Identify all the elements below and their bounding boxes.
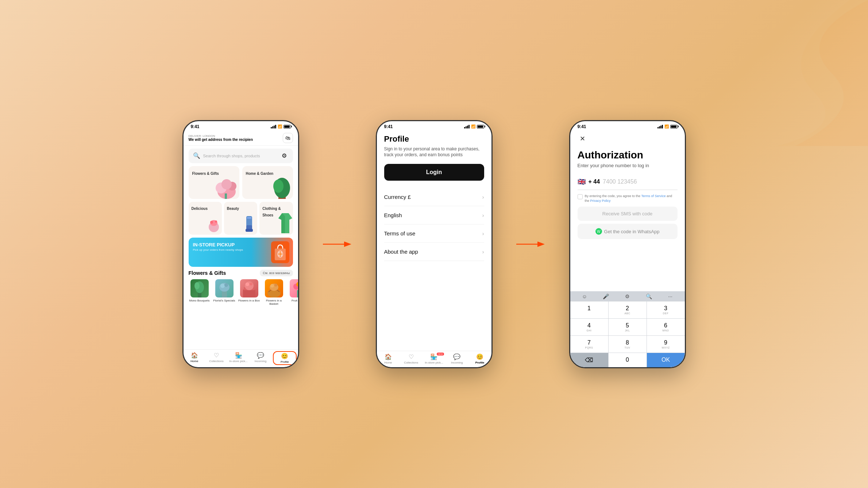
deliver-label: DELIVER: LONDON	[189, 134, 253, 138]
svg-point-7	[273, 180, 283, 193]
mic-key[interactable]: 🎤	[601, 293, 612, 299]
category-flowers-gifts[interactable]: Flowers & Gifts	[189, 166, 239, 199]
sms-button[interactable]: Receive SMS with code	[578, 207, 678, 221]
menu-item-label: Terms of use	[384, 230, 416, 237]
nav-label: Incoming	[255, 360, 266, 363]
product-florist-specials[interactable]: Florist's Specials	[213, 279, 235, 306]
nav-collections[interactable]: ♡ Collections	[205, 352, 227, 364]
settings-key[interactable]: ⚙	[622, 293, 633, 299]
product-flowers-box[interactable]: Flowers in a Box	[238, 279, 260, 306]
menu-currency[interactable]: Currency £ ›	[384, 188, 484, 206]
delicious-illustration	[207, 218, 221, 233]
flowers-section-header: Flowers & Gifts См. все магазины	[184, 270, 298, 276]
svg-rect-38	[297, 290, 298, 297]
nav-label: In-store pick...	[229, 360, 247, 363]
svg-point-28	[224, 283, 228, 287]
profile-title: Profile	[384, 134, 484, 144]
privacy-policy-link[interactable]: Privacy Policy	[590, 199, 611, 203]
badge-new: NEW	[437, 353, 444, 356]
svg-point-26	[219, 283, 229, 292]
nav-collections-2[interactable]: ♡ Collections	[400, 353, 423, 364]
chevron-icon: ›	[482, 194, 484, 200]
nav-profile-2[interactable]: 😊 Profile	[468, 353, 491, 364]
keyboard: ☺ 🎤 ⚙ 🔍 ··· 1 2ABC 3DEF 4GHI 5JKL 6MNO 7…	[570, 291, 685, 367]
nav-instore-2[interactable]: 🏪 NEW In-store pick...	[423, 353, 445, 364]
key-7[interactable]: 7PQRS	[570, 336, 608, 353]
menu-about[interactable]: About the app ›	[384, 243, 484, 261]
category-beauty[interactable]: Beauty	[224, 202, 257, 235]
key-3[interactable]: 3DEF	[647, 301, 685, 318]
product-flowers-basket[interactable]: Flowers in a Basket	[263, 279, 285, 306]
search-bar[interactable]: 🔍 Search through shops, products ⚙	[189, 149, 293, 163]
search-key[interactable]: 🔍	[643, 293, 654, 299]
flowers-gifts-illustration	[212, 175, 239, 199]
key-6[interactable]: 6MNO	[647, 319, 685, 335]
beauty-illustration	[243, 214, 256, 233]
nav-label: Profile	[281, 360, 289, 364]
battery-icon-2	[477, 125, 484, 128]
emoji-key[interactable]: ☺	[579, 293, 590, 299]
see-all-button[interactable]: См. все магазины	[260, 270, 293, 276]
key-2[interactable]: 2ABC	[609, 301, 647, 318]
nav-home-2[interactable]: 🏠 Home	[377, 353, 400, 364]
svg-point-37	[274, 284, 277, 287]
shopping-bag-icon[interactable]: 🛍	[283, 133, 293, 143]
whatsapp-button[interactable]: W Get the code in WhatsApp	[578, 224, 678, 239]
keyboard-toolbar: ☺ 🎤 ⚙ 🔍 ···	[570, 291, 685, 301]
product-image	[190, 279, 209, 297]
status-icons-3: 📶	[657, 124, 678, 128]
nav-instore[interactable]: 🏪 In-store pick...	[227, 352, 249, 364]
bottom-nav-2: 🏠 Home ♡ Collections 🏪 NEW In-store pick…	[377, 351, 491, 367]
nav-incoming-2[interactable]: 💬 Incoming	[445, 353, 468, 364]
terms-checkbox[interactable]	[578, 194, 583, 199]
profile-subtitle: Sign in to your personal area to make pu…	[384, 146, 484, 158]
chevron-icon: ›	[482, 212, 484, 218]
nav-label: Collections	[209, 360, 224, 363]
svg-marker-17	[278, 213, 285, 233]
key-0[interactable]: 0	[609, 353, 647, 367]
product-mono-bouquets[interactable]: Mono Bouquets	[189, 279, 211, 306]
filter-button[interactable]: ⚙	[280, 151, 289, 160]
wifi-icon-3: 📶	[664, 124, 669, 128]
menu-terms[interactable]: Terms of use ›	[384, 224, 484, 243]
in-store-pickup-banner[interactable]: IN-STORE PICKUP Pick up your orders from…	[189, 238, 293, 267]
auth-title: Authorization	[578, 150, 678, 161]
arrow-2	[514, 235, 547, 253]
terms-service-link[interactable]: Terms of Service	[641, 194, 666, 198]
wifi-icon-2: 📶	[471, 124, 475, 128]
phone-input-row[interactable]: 🇬🇧 + 44 7400 123456	[578, 174, 678, 190]
login-button[interactable]: Login	[384, 164, 484, 181]
collections-icon: ♡	[214, 352, 219, 359]
chevron-icon: ›	[482, 249, 484, 255]
profile-icon: 😊	[281, 353, 288, 360]
key-5[interactable]: 5JKL	[609, 319, 647, 335]
product-image	[215, 279, 234, 297]
status-bar-3: 9:41 📶	[570, 121, 685, 131]
nav-home[interactable]: 🏠 Home	[184, 352, 205, 364]
product-image	[265, 279, 283, 297]
chevron-icon: ›	[482, 231, 484, 237]
key-ok[interactable]: OK	[647, 353, 685, 367]
category-clothing-shoes[interactable]: Clothing & Shoes	[259, 202, 293, 235]
key-4[interactable]: 4GHI	[570, 319, 608, 335]
category-delicious[interactable]: Delicious	[189, 202, 222, 235]
phone-profile: 9:41 📶 Profile Sign in to your personal …	[376, 120, 493, 368]
clothing-illustration	[278, 213, 292, 233]
key-backspace[interactable]: ⌫	[570, 353, 608, 367]
close-button[interactable]: ✕	[578, 134, 588, 144]
key-8[interactable]: 8TUV	[609, 336, 647, 353]
menu-language[interactable]: English ›	[384, 206, 484, 224]
product-image	[240, 279, 258, 297]
auth-subtitle: Enter your phone number to log in	[578, 163, 678, 168]
banner-illustration	[271, 241, 289, 263]
key-1[interactable]: 1	[570, 301, 608, 318]
nav-profile[interactable]: 😊 Profile	[273, 351, 296, 365]
collections-icon-2: ♡	[409, 353, 414, 360]
nav-incoming[interactable]: 💬 Incoming	[250, 352, 271, 364]
key-9[interactable]: 9WXYZ	[647, 336, 685, 353]
product-fruit-bouquet[interactable]: Fruit Bou...	[288, 279, 298, 306]
category-home-garden[interactable]: Home & Garden	[242, 166, 293, 199]
battery-icon	[283, 125, 291, 128]
svg-rect-29	[243, 289, 255, 297]
more-key[interactable]: ···	[665, 293, 676, 299]
